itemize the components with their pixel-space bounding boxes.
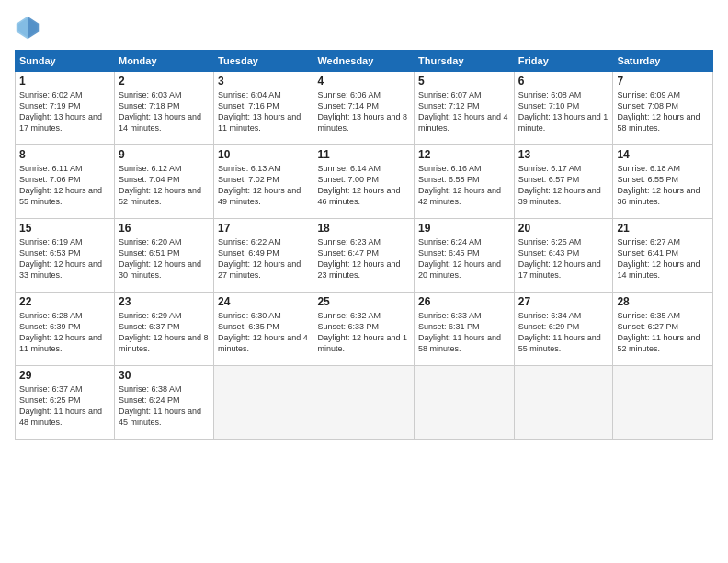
day-info: Sunrise: 6:09 AMSunset: 7:08 PMDaylight:… [617, 89, 709, 134]
day-info: Sunrise: 6:34 AMSunset: 6:29 PMDaylight:… [518, 310, 609, 355]
day-number: 25 [317, 295, 410, 308]
calendar-week-row: 29Sunrise: 6:37 AMSunset: 6:25 PMDayligh… [16, 366, 713, 440]
table-row: 24Sunrise: 6:30 AMSunset: 6:35 PMDayligh… [214, 293, 313, 366]
table-row: 12Sunrise: 6:16 AMSunset: 6:58 PMDayligh… [415, 145, 515, 219]
table-row: 10Sunrise: 6:13 AMSunset: 7:02 PMDayligh… [214, 145, 313, 219]
day-info: Sunrise: 6:12 AMSunset: 7:04 PMDaylight:… [119, 163, 210, 208]
day-info: Sunrise: 6:32 AMSunset: 6:33 PMDaylight:… [317, 310, 410, 355]
day-number: 24 [218, 295, 309, 308]
table-row: 4Sunrise: 6:06 AMSunset: 7:14 PMDaylight… [313, 72, 415, 145]
day-number: 10 [218, 148, 309, 161]
day-number: 1 [19, 75, 110, 87]
day-info: Sunrise: 6:24 AMSunset: 6:45 PMDaylight:… [418, 236, 510, 282]
day-info: Sunrise: 6:19 AMSunset: 6:53 PMDaylight:… [19, 236, 110, 282]
day-info: Sunrise: 6:11 AMSunset: 7:06 PMDaylight:… [19, 163, 110, 208]
day-number: 18 [317, 222, 410, 235]
table-row: 5Sunrise: 6:07 AMSunset: 7:12 PMDaylight… [415, 72, 515, 145]
day-info: Sunrise: 6:23 AMSunset: 6:47 PMDaylight:… [317, 236, 410, 282]
day-number: 12 [418, 148, 510, 161]
svg-marker-1 [28, 17, 39, 40]
day-number: 21 [617, 222, 709, 235]
table-row [613, 366, 713, 440]
day-info: Sunrise: 6:35 AMSunset: 6:27 PMDaylight:… [617, 310, 709, 355]
day-number: 13 [518, 148, 609, 161]
table-row [514, 366, 613, 440]
day-number: 26 [418, 295, 510, 308]
day-info: Sunrise: 6:22 AMSunset: 6:49 PMDaylight:… [218, 236, 309, 282]
table-row: 6Sunrise: 6:08 AMSunset: 7:10 PMDaylight… [514, 72, 613, 145]
table-row: 23Sunrise: 6:29 AMSunset: 6:37 PMDayligh… [114, 293, 213, 366]
day-number: 11 [317, 148, 410, 161]
calendar-day-header: Monday [114, 51, 213, 72]
day-number: 9 [119, 148, 210, 161]
day-number: 7 [617, 75, 709, 87]
calendar-week-row: 8Sunrise: 6:11 AMSunset: 7:06 PMDaylight… [16, 145, 713, 219]
day-info: Sunrise: 6:29 AMSunset: 6:37 PMDaylight:… [119, 310, 210, 355]
table-row [415, 366, 515, 440]
table-row: 2Sunrise: 6:03 AMSunset: 7:18 PMDaylight… [114, 72, 213, 145]
day-info: Sunrise: 6:06 AMSunset: 7:14 PMDaylight:… [317, 89, 410, 134]
calendar-table: SundayMondayTuesdayWednesdayThursdayFrid… [15, 50, 713, 440]
table-row: 13Sunrise: 6:17 AMSunset: 6:57 PMDayligh… [514, 145, 613, 219]
day-number: 14 [617, 148, 709, 161]
table-row: 21Sunrise: 6:27 AMSunset: 6:41 PMDayligh… [613, 219, 713, 293]
calendar-header-row: SundayMondayTuesdayWednesdayThursdayFrid… [16, 51, 713, 72]
day-info: Sunrise: 6:27 AMSunset: 6:41 PMDaylight:… [617, 236, 709, 282]
day-number: 27 [518, 295, 609, 308]
day-number: 20 [518, 222, 609, 235]
day-number: 4 [317, 75, 410, 87]
page: SundayMondayTuesdayWednesdayThursdayFrid… [0, 0, 728, 563]
table-row: 1Sunrise: 6:02 AMSunset: 7:19 PMDaylight… [16, 72, 115, 145]
day-info: Sunrise: 6:02 AMSunset: 7:19 PMDaylight:… [19, 89, 110, 134]
table-row: 20Sunrise: 6:25 AMSunset: 6:43 PMDayligh… [514, 219, 613, 293]
day-number: 15 [19, 222, 110, 235]
day-number: 5 [418, 75, 510, 87]
calendar-day-header: Sunday [16, 51, 115, 72]
table-row: 22Sunrise: 6:28 AMSunset: 6:39 PMDayligh… [16, 293, 115, 366]
day-info: Sunrise: 6:14 AMSunset: 7:00 PMDaylight:… [317, 163, 410, 208]
table-row: 3Sunrise: 6:04 AMSunset: 7:16 PMDaylight… [214, 72, 313, 145]
table-row: 15Sunrise: 6:19 AMSunset: 6:53 PMDayligh… [16, 219, 115, 293]
day-info: Sunrise: 6:25 AMSunset: 6:43 PMDaylight:… [518, 236, 609, 282]
day-info: Sunrise: 6:28 AMSunset: 6:39 PMDaylight:… [19, 310, 110, 355]
table-row: 14Sunrise: 6:18 AMSunset: 6:55 PMDayligh… [613, 145, 713, 219]
day-number: 19 [418, 222, 510, 235]
calendar-day-header: Friday [514, 51, 613, 72]
table-row: 30Sunrise: 6:38 AMSunset: 6:24 PMDayligh… [114, 366, 213, 440]
day-info: Sunrise: 6:20 AMSunset: 6:51 PMDaylight:… [119, 236, 210, 282]
day-number: 2 [119, 75, 210, 87]
day-info: Sunrise: 6:33 AMSunset: 6:31 PMDaylight:… [418, 310, 510, 355]
day-number: 8 [19, 148, 110, 161]
day-info: Sunrise: 6:37 AMSunset: 6:25 PMDaylight:… [19, 384, 110, 429]
table-row [313, 366, 415, 440]
day-info: Sunrise: 6:04 AMSunset: 7:16 PMDaylight:… [218, 89, 309, 134]
day-number: 3 [218, 75, 309, 87]
day-info: Sunrise: 6:18 AMSunset: 6:55 PMDaylight:… [617, 163, 709, 208]
table-row: 19Sunrise: 6:24 AMSunset: 6:45 PMDayligh… [415, 219, 515, 293]
table-row: 8Sunrise: 6:11 AMSunset: 7:06 PMDaylight… [16, 145, 115, 219]
table-row: 11Sunrise: 6:14 AMSunset: 7:00 PMDayligh… [313, 145, 415, 219]
svg-marker-2 [17, 17, 28, 40]
day-info: Sunrise: 6:30 AMSunset: 6:35 PMDaylight:… [218, 310, 309, 355]
table-row: 27Sunrise: 6:34 AMSunset: 6:29 PMDayligh… [514, 293, 613, 366]
table-row: 25Sunrise: 6:32 AMSunset: 6:33 PMDayligh… [313, 293, 415, 366]
calendar-day-header: Saturday [613, 51, 713, 72]
calendar-week-row: 15Sunrise: 6:19 AMSunset: 6:53 PMDayligh… [16, 219, 713, 293]
table-row: 16Sunrise: 6:20 AMSunset: 6:51 PMDayligh… [114, 219, 213, 293]
calendar-day-header: Thursday [415, 51, 515, 72]
logo [15, 15, 44, 40]
day-number: 28 [617, 295, 709, 308]
day-info: Sunrise: 6:17 AMSunset: 6:57 PMDaylight:… [518, 163, 609, 208]
table-row: 26Sunrise: 6:33 AMSunset: 6:31 PMDayligh… [415, 293, 515, 366]
day-number: 22 [19, 295, 110, 308]
calendar-day-header: Wednesday [313, 51, 415, 72]
calendar-day-header: Tuesday [214, 51, 313, 72]
table-row [214, 366, 313, 440]
day-number: 30 [119, 369, 210, 382]
calendar-week-row: 1Sunrise: 6:02 AMSunset: 7:19 PMDaylight… [16, 72, 713, 145]
day-info: Sunrise: 6:08 AMSunset: 7:10 PMDaylight:… [518, 89, 609, 134]
day-number: 16 [119, 222, 210, 235]
day-info: Sunrise: 6:13 AMSunset: 7:02 PMDaylight:… [218, 163, 309, 208]
day-info: Sunrise: 6:07 AMSunset: 7:12 PMDaylight:… [418, 89, 510, 134]
header [15, 15, 713, 40]
